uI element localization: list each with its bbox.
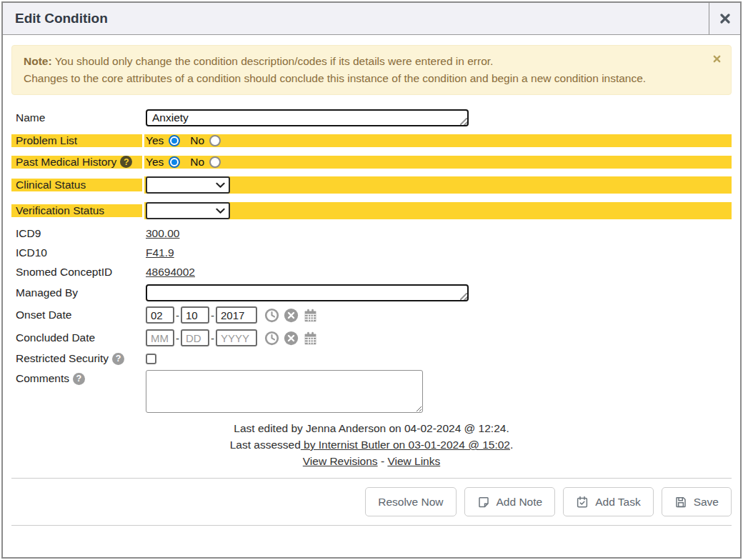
pmh-no-radio[interactable] xyxy=(209,156,221,168)
concluded-date-label: Concluded Date xyxy=(11,331,142,344)
last-edited-text: Last edited by Jenna Anderson on 04-02-2… xyxy=(11,420,732,436)
restricted-security-row: Restricted Security ? xyxy=(11,350,732,367)
dialog-title: Edit Condition xyxy=(3,11,108,26)
comments-row: Comments ? xyxy=(11,370,732,413)
problem-list-label: Problem List xyxy=(11,134,142,147)
divider xyxy=(11,478,732,479)
note-banner: Note: You should only change the conditi… xyxy=(11,45,732,95)
edit-condition-dialog: Edit Condition Note: You should only cha… xyxy=(1,1,742,559)
task-calendar-icon xyxy=(576,496,589,509)
divider xyxy=(11,525,732,526)
note-line-2: Changes to the core attributes of a cond… xyxy=(24,70,702,87)
dialog-close-button[interactable] xyxy=(709,3,740,34)
help-icon[interactable]: ? xyxy=(112,353,124,365)
action-buttons: Resolve Now Add Note Add Task Save xyxy=(11,487,732,516)
problem-list-yes-label: Yes xyxy=(146,134,164,147)
resolve-now-button[interactable]: Resolve Now xyxy=(365,487,456,516)
clinical-status-row: Clinical Status xyxy=(11,174,732,196)
save-button[interactable]: Save xyxy=(662,487,732,516)
pmh-yes-label: Yes xyxy=(146,156,164,169)
verification-status-row: Verification Status xyxy=(11,199,732,222)
clinical-status-select[interactable] xyxy=(146,176,230,194)
concluded-month-input[interactable] xyxy=(146,329,174,346)
pmh-no-label: No xyxy=(190,156,204,169)
past-medical-history-label: Past Medical History ? xyxy=(11,156,142,169)
concluded-date-row: Concluded Date - - xyxy=(11,327,732,349)
managed-by-row: Managed By xyxy=(11,283,732,303)
managed-by-label: Managed By xyxy=(11,286,142,299)
calendar-icon[interactable] xyxy=(303,308,318,323)
note-line-1: Note: You should only change the conditi… xyxy=(24,53,702,70)
calendar-icon[interactable] xyxy=(303,331,318,346)
help-icon[interactable]: ? xyxy=(120,156,132,168)
chevron-down-icon xyxy=(216,208,225,214)
banner-dismiss-icon[interactable] xyxy=(713,55,721,63)
clock-icon[interactable] xyxy=(264,308,279,323)
problem-list-yes-radio[interactable] xyxy=(169,135,180,146)
audit-info: Last edited by Jenna Anderson on 04-02-2… xyxy=(11,420,732,453)
pmh-yes-radio[interactable] xyxy=(169,156,180,168)
icd10-label: ICD10 xyxy=(11,246,142,259)
icd10-row: ICD10 F41.9 xyxy=(11,244,732,261)
icd9-label: ICD9 xyxy=(11,227,142,240)
onset-date-label: Onset Date xyxy=(11,309,142,321)
onset-day-input[interactable] xyxy=(181,306,209,324)
onset-month-input[interactable] xyxy=(146,306,174,324)
name-input[interactable] xyxy=(146,109,469,126)
last-assessed-text: Last assessed by Internist Butler on 03-… xyxy=(11,436,732,453)
save-icon xyxy=(674,496,687,509)
help-icon[interactable]: ? xyxy=(73,373,85,385)
onset-date-row: Onset Date - - xyxy=(11,304,732,326)
note-label: Note: xyxy=(24,55,52,67)
view-revisions-link[interactable]: View Revisions xyxy=(303,455,378,467)
icd10-code-link[interactable]: F41.9 xyxy=(146,246,174,259)
managed-by-input[interactable] xyxy=(146,284,469,301)
verification-status-select[interactable] xyxy=(146,202,230,219)
clinical-status-label: Clinical Status xyxy=(11,179,142,191)
name-label: Name xyxy=(11,111,142,124)
note-icon xyxy=(477,496,490,509)
snomed-code-link[interactable]: 48694002 xyxy=(146,266,195,279)
clock-icon[interactable] xyxy=(264,331,279,346)
restricted-security-label: Restricted Security ? xyxy=(11,352,142,365)
dialog-header: Edit Condition xyxy=(3,3,740,35)
snomed-label: Snomed ConceptID xyxy=(11,266,142,279)
add-task-button[interactable]: Add Task xyxy=(563,487,653,516)
problem-list-row: Problem List Yes No xyxy=(11,131,732,150)
clear-date-icon[interactable] xyxy=(284,331,299,346)
snomed-row: Snomed ConceptID 48694002 xyxy=(11,264,732,281)
icd9-code-link[interactable]: 300.00 xyxy=(146,227,179,240)
past-medical-history-row: Past Medical History ? Yes No xyxy=(11,152,732,171)
name-row: Name xyxy=(11,107,732,129)
problem-list-no-label: No xyxy=(190,134,204,147)
revision-links: View Revisions - View Links xyxy=(11,455,732,468)
icd9-row: ICD9 300.00 xyxy=(11,225,732,242)
concluded-year-input[interactable] xyxy=(216,329,257,346)
add-note-button[interactable]: Add Note xyxy=(464,487,556,516)
dialog-body: Note: You should only change the conditi… xyxy=(3,35,740,526)
view-links-link[interactable]: View Links xyxy=(387,455,440,467)
comments-label: Comments ? xyxy=(11,370,142,385)
last-assessed-link[interactable]: by Internist Butler on 03-01-2024 @ 15:0… xyxy=(301,439,510,451)
comments-textarea[interactable] xyxy=(146,370,423,413)
problem-list-no-radio[interactable] xyxy=(209,135,221,146)
chevron-down-icon xyxy=(216,182,225,189)
concluded-day-input[interactable] xyxy=(181,329,209,346)
clear-date-icon[interactable] xyxy=(284,308,299,323)
onset-year-input[interactable] xyxy=(216,306,257,324)
close-icon xyxy=(719,13,731,24)
verification-status-label: Verification Status xyxy=(11,204,142,217)
restricted-security-checkbox[interactable] xyxy=(146,354,156,364)
